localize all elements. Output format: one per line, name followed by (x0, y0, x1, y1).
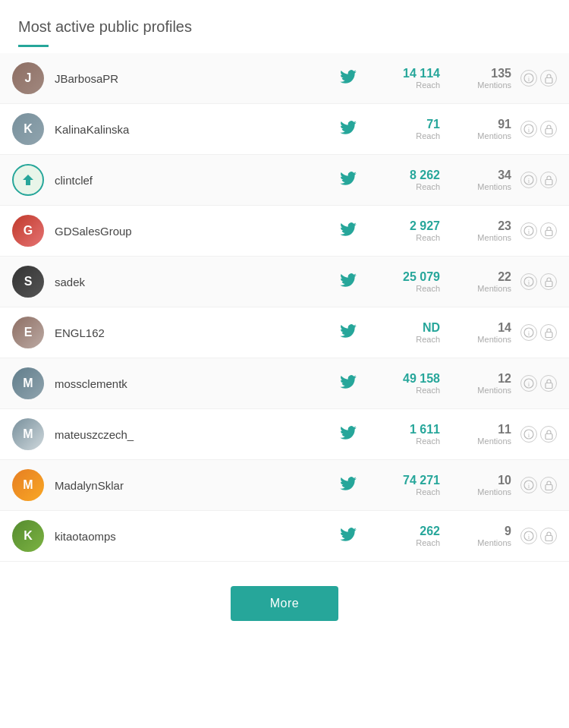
username: ENGL162 (44, 326, 340, 339)
mentions-label: Mentions (458, 386, 511, 395)
twitter-icon (340, 375, 357, 392)
reach-stat: ND Reach (387, 321, 440, 344)
mentions-stat: 9 Mentions (458, 525, 511, 547)
mentions-value: 12 (458, 372, 511, 386)
svg-text:i: i (528, 431, 530, 439)
reach-stat: 25 079 Reach (387, 270, 440, 293)
mentions-stat: 34 Mentions (458, 169, 511, 191)
lock-icon-button[interactable] (540, 324, 557, 341)
avatar: J (12, 62, 44, 94)
mentions-label: Mentions (458, 182, 511, 191)
svg-rect-26 (545, 484, 552, 490)
profile-row: E ENGL162 ND Reach 14 Mentions (0, 307, 569, 358)
action-icons: i (520, 324, 557, 341)
svg-rect-17 (545, 332, 552, 337)
mentions-value: 11 (458, 423, 511, 436)
lock-icon-button[interactable] (540, 172, 557, 188)
info-icon-button[interactable]: i (520, 528, 537, 544)
info-icon-button[interactable]: i (520, 477, 537, 493)
reach-value: 8 262 (387, 169, 440, 182)
mentions-value: 14 (458, 321, 511, 335)
profile-row: S sadek 25 079 Reach 22 Mentions (0, 257, 569, 307)
mentions-value: 22 (458, 270, 511, 284)
page-container: Most active public profiles J JBarbosaPR… (0, 0, 569, 728)
reach-label: Reach (387, 538, 440, 547)
username: clintclef (44, 174, 340, 187)
twitter-icon (340, 426, 357, 443)
stats-group: 71 Reach 91 Mentions (387, 118, 511, 140)
twitter-icon (340, 324, 357, 342)
svg-text:i: i (528, 126, 530, 134)
reach-value: 74 271 (387, 474, 440, 487)
lock-icon-button[interactable] (540, 222, 557, 239)
stats-group: ND Reach 14 Mentions (387, 321, 511, 344)
stats-group: 262 Reach 9 Mentions (387, 525, 511, 547)
svg-text:i: i (528, 482, 530, 490)
twitter-icon (340, 70, 357, 87)
mentions-label: Mentions (458, 233, 511, 242)
lock-icon-button[interactable] (540, 528, 557, 544)
reach-stat: 71 Reach (387, 118, 440, 140)
reach-value: 49 158 (387, 372, 440, 386)
avatar: M (12, 418, 44, 450)
action-icons: i (520, 477, 557, 493)
svg-text:i: i (528, 75, 530, 83)
lock-icon-button[interactable] (540, 477, 557, 493)
info-icon-button[interactable]: i (520, 375, 537, 392)
reach-stat: 14 114 Reach (387, 67, 440, 90)
reach-stat: 1 611 Reach (387, 423, 440, 446)
profile-row: K KalinaKalinska 71 Reach 91 Mentions (0, 104, 569, 155)
mentions-label: Mentions (458, 80, 511, 90)
lock-icon-button[interactable] (540, 273, 557, 290)
svg-text:i: i (528, 177, 530, 184)
info-icon-button[interactable]: i (520, 70, 537, 87)
mentions-stat: 14 Mentions (458, 321, 511, 344)
more-button-container: More (0, 562, 569, 639)
info-icon-button[interactable]: i (520, 222, 537, 239)
svg-rect-5 (545, 128, 552, 134)
stats-group: 74 271 Reach 10 Mentions (387, 474, 511, 496)
avatar (12, 164, 44, 196)
lock-icon-button[interactable] (540, 426, 557, 443)
username: mateuszczech_ (44, 428, 340, 441)
svg-rect-20 (545, 383, 552, 388)
svg-text:i: i (528, 533, 530, 540)
reach-value: 262 (387, 525, 440, 538)
reach-label: Reach (387, 436, 440, 446)
svg-rect-8 (545, 179, 552, 184)
twitter-icon (340, 172, 357, 189)
stats-group: 8 262 Reach 34 Mentions (387, 169, 511, 191)
lock-icon-button[interactable] (540, 121, 557, 137)
username: MadalynSklar (44, 479, 340, 492)
reach-value: 14 114 (387, 67, 440, 80)
page-title: Most active public profiles (0, 18, 569, 45)
reach-label: Reach (387, 487, 440, 496)
profile-row: clintclef 8 262 Reach 34 Mentions i (0, 155, 569, 206)
stats-group: 25 079 Reach 22 Mentions (387, 270, 511, 293)
svg-text:i: i (528, 228, 530, 235)
info-icon-button[interactable]: i (520, 121, 537, 137)
svg-text:i: i (528, 380, 530, 388)
lock-icon-button[interactable] (540, 375, 557, 392)
mentions-label: Mentions (458, 284, 511, 293)
reach-value: 25 079 (387, 270, 440, 284)
reach-value: 71 (387, 118, 440, 131)
info-icon-button[interactable]: i (520, 273, 537, 290)
mentions-value: 91 (458, 118, 511, 131)
lock-icon-button[interactable] (540, 70, 557, 87)
reach-label: Reach (387, 182, 440, 191)
mentions-stat: 22 Mentions (458, 270, 511, 293)
svg-rect-23 (545, 433, 552, 439)
avatar: G (12, 215, 44, 247)
svg-text:i: i (528, 279, 530, 286)
action-icons: i (520, 172, 557, 188)
info-icon-button[interactable]: i (520, 324, 537, 341)
info-icon-button[interactable]: i (520, 172, 537, 188)
more-button[interactable]: More (231, 586, 338, 621)
twitter-icon (340, 273, 357, 291)
reach-value: 2 927 (387, 219, 440, 233)
avatar: E (12, 317, 44, 348)
info-icon-button[interactable]: i (520, 426, 537, 443)
svg-rect-2 (545, 77, 552, 83)
mentions-stat: 11 Mentions (458, 423, 511, 446)
